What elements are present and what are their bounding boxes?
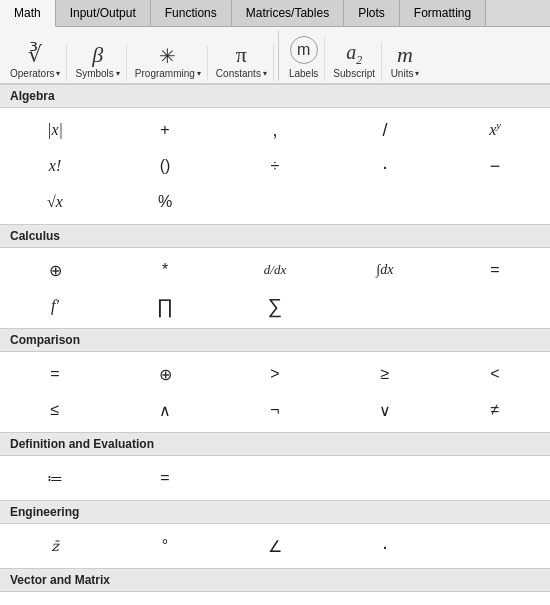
- toolbar-subscript[interactable]: a2 Subscript: [327, 42, 382, 81]
- programming-icon: ✳: [159, 46, 176, 66]
- sym-product[interactable]: ∏: [110, 288, 220, 324]
- sym-empty3: [440, 184, 550, 220]
- sym-empty2: [330, 184, 440, 220]
- tab-functions[interactable]: Functions: [151, 0, 232, 26]
- constants-icon: π: [236, 44, 247, 66]
- section-engineering: Engineering: [0, 500, 550, 524]
- toolbar: ∛ Operators ▾ β Symbols ▾ ✳ Programming …: [0, 27, 550, 84]
- sym-abs[interactable]: |x|: [0, 112, 110, 148]
- tab-formatting[interactable]: Formatting: [400, 0, 486, 26]
- sym-norm[interactable]: ‖x‖: [110, 596, 220, 605]
- sym-cross[interactable]: ×: [0, 596, 110, 605]
- sym-oplus[interactable]: ⊕: [110, 356, 220, 392]
- sym-integral[interactable]: ∫dx: [330, 252, 440, 288]
- section-definition: Definition and Evaluation: [0, 432, 550, 456]
- labels-icon: m: [290, 36, 318, 64]
- sym-lte[interactable]: ≤: [0, 392, 110, 428]
- toolbar-labels[interactable]: m Labels: [283, 36, 325, 81]
- sym-plus[interactable]: +: [110, 112, 220, 148]
- section-vector: Vector and Matrix: [0, 568, 550, 592]
- sym-circleplus[interactable]: ⊕: [0, 252, 110, 288]
- sym-def-empty2: [330, 460, 440, 496]
- units-icon: m: [397, 44, 413, 66]
- sym-neq[interactable]: ≠: [440, 392, 550, 428]
- sym-percent[interactable]: %: [110, 184, 220, 220]
- operators-icon: ∛: [28, 44, 42, 66]
- sym-calc-empty1: [330, 288, 440, 324]
- sym-def-empty3: [440, 460, 550, 496]
- sym-sqrt[interactable]: √x: [0, 184, 110, 220]
- units-label[interactable]: Units ▾: [391, 68, 420, 79]
- programming-label[interactable]: Programming ▾: [135, 68, 201, 79]
- vector-grid: × ‖x‖ [x] M() Mi M̂ MT 1..n 1,3..n V⃗: [0, 592, 550, 605]
- sym-derivative[interactable]: d/dx: [220, 252, 330, 288]
- sym-dot[interactable]: ·: [330, 148, 440, 184]
- content-area: Algebra |x| + , / xy x! () ÷ · − √x % Ca…: [0, 84, 550, 605]
- sym-lt[interactable]: <: [440, 356, 550, 392]
- subscript-icon: a2: [346, 42, 362, 66]
- toolbar-units[interactable]: m Units ▾: [384, 44, 426, 81]
- subscript-label[interactable]: Subscript: [333, 68, 375, 79]
- sym-msub[interactable]: Mi: [440, 596, 550, 605]
- toolbar-separator: [278, 31, 279, 81]
- sym-or[interactable]: ∨: [330, 392, 440, 428]
- sym-fprime[interactable]: f′: [0, 288, 110, 324]
- symbols-label[interactable]: Symbols ▾: [75, 68, 119, 79]
- tab-matrices[interactable]: Matrices/Tables: [232, 0, 344, 26]
- toolbar-operators[interactable]: ∛ Operators ▾: [4, 44, 67, 81]
- sym-eq[interactable]: =: [0, 356, 110, 392]
- sym-bracket[interactable]: [x]: [220, 596, 330, 605]
- toolbar-symbols[interactable]: β Symbols ▾: [69, 44, 126, 81]
- sym-assign[interactable]: ≔: [0, 460, 110, 496]
- sym-and[interactable]: ∧: [110, 392, 220, 428]
- comparison-grid: = ⊕ > ≥ < ≤ ∧ ¬ ∨ ≠: [0, 352, 550, 432]
- sym-minus[interactable]: −: [440, 148, 550, 184]
- symbols-icon: β: [92, 44, 103, 66]
- tab-math[interactable]: Math: [0, 0, 56, 27]
- section-algebra: Algebra: [0, 84, 550, 108]
- sym-angle[interactable]: ∠: [220, 528, 330, 564]
- toolbar-constants[interactable]: π Constants ▾: [210, 44, 274, 81]
- sym-eval[interactable]: =: [110, 460, 220, 496]
- labels-label[interactable]: Labels: [289, 68, 318, 79]
- sym-zbar[interactable]: z̄: [0, 528, 110, 564]
- sym-degree[interactable]: °: [110, 528, 220, 564]
- toolbar-programming[interactable]: ✳ Programming ▾: [129, 46, 208, 81]
- definition-grid: ≔ =: [0, 456, 550, 500]
- sym-eng-empty: [440, 528, 550, 564]
- sym-comma[interactable]: ,: [220, 112, 330, 148]
- sym-equals[interactable]: =: [440, 252, 550, 288]
- sym-mpower[interactable]: M(): [330, 596, 440, 605]
- section-comparison: Comparison: [0, 328, 550, 352]
- tab-bar: Math Input/Output Functions Matrices/Tab…: [0, 0, 550, 27]
- sym-parens[interactable]: (): [110, 148, 220, 184]
- sym-eng-dot[interactable]: ·: [330, 528, 440, 564]
- sym-star[interactable]: *: [110, 252, 220, 288]
- operators-label[interactable]: Operators ▾: [10, 68, 60, 79]
- sym-divide[interactable]: ÷: [220, 148, 330, 184]
- sym-def-empty1: [220, 460, 330, 496]
- sym-calc-empty2: [440, 288, 550, 324]
- section-calculus: Calculus: [0, 224, 550, 248]
- sym-factorial[interactable]: x!: [0, 148, 110, 184]
- constants-label[interactable]: Constants ▾: [216, 68, 267, 79]
- sym-not[interactable]: ¬: [220, 392, 330, 428]
- sym-empty1: [220, 184, 330, 220]
- algebra-grid: |x| + , / xy x! () ÷ · − √x %: [0, 108, 550, 224]
- calculus-grid: ⊕ * d/dx ∫dx = f′ ∏ ∑: [0, 248, 550, 328]
- sym-sum[interactable]: ∑: [220, 288, 330, 324]
- tab-plots[interactable]: Plots: [344, 0, 400, 26]
- tab-inputoutput[interactable]: Input/Output: [56, 0, 151, 26]
- sym-gt[interactable]: >: [220, 356, 330, 392]
- sym-divide-slash[interactable]: /: [330, 112, 440, 148]
- engineering-grid: z̄ ° ∠ ·: [0, 524, 550, 568]
- sym-gte[interactable]: ≥: [330, 356, 440, 392]
- sym-power[interactable]: xy: [440, 112, 550, 148]
